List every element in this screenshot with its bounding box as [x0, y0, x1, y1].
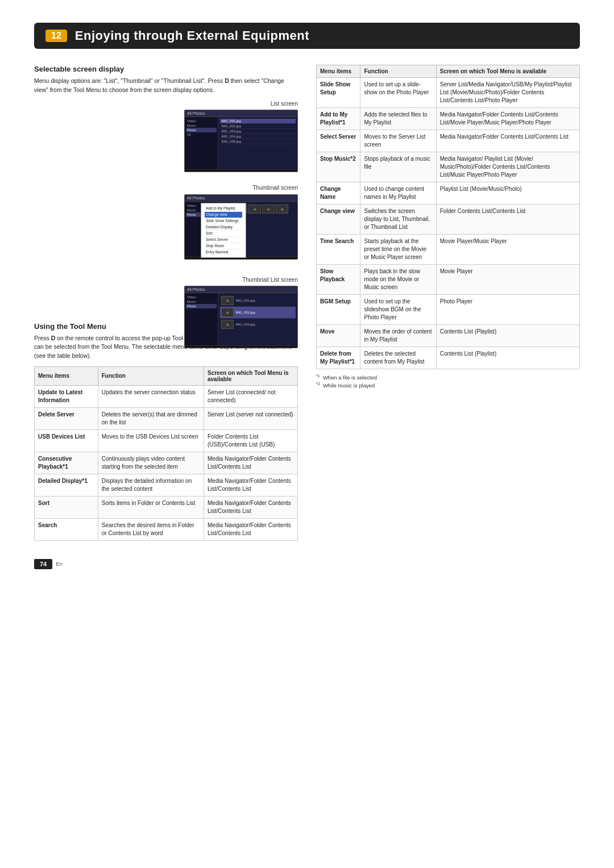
- footnotes: *1 When a file is selected *2 While musi…: [316, 374, 580, 389]
- cell-function: Sorts items in Folder or Contents List: [98, 496, 204, 518]
- table-row: Stop Music*2 Stops playback of a music f…: [317, 152, 580, 182]
- sm-thumb: ▣: [221, 296, 234, 305]
- cell-item: BGM Setup: [317, 295, 360, 325]
- table-row: Change view Switches the screen display …: [317, 205, 580, 235]
- cell-screen: Movie Player: [436, 265, 579, 295]
- sm-content-list: IMG_001.jpg IMG_002.jpg IMG_003.jpg IMG_…: [218, 117, 297, 169]
- cell-screen: Contents List (Playlist): [436, 325, 579, 347]
- sm-sidebar-item: Music: [186, 299, 217, 304]
- cell-screen: Media Navigator/Folder Contents List/Con…: [204, 496, 297, 518]
- sm-thumb: ▣: [248, 205, 261, 214]
- cell-item: Move: [317, 325, 360, 347]
- tm-item: Stop Music: [205, 243, 242, 249]
- col-function: Function: [98, 366, 204, 385]
- cell-function: Moves the order of content in My Playlis…: [360, 325, 436, 347]
- cell-screen: Server List (connected/ not connected): [204, 385, 297, 407]
- cell-item: USB Devices List: [35, 429, 98, 452]
- sm-row: IMG_005.jpg: [220, 139, 296, 144]
- table-row: BGM Setup Used to set up the slideshow B…: [317, 295, 580, 325]
- thumbnail-list-screen-label: Thumbnail List screen: [242, 277, 298, 283]
- tm-item: Select Server: [205, 237, 242, 243]
- table-row: Change Name Used to change content names…: [317, 182, 580, 205]
- cell-screen: Movie Player/Music Player: [436, 235, 579, 265]
- footnote-2: *2 While music is played: [316, 382, 580, 389]
- tool-menu-table: Menu items Function Screen on which Tool…: [34, 366, 298, 541]
- col-screen-r: Screen on which Tool Menu is available: [436, 65, 579, 78]
- main-content: Selectable screen display Menu display o…: [34, 65, 580, 545]
- cell-screen: Media Navigator/Folder Contents List/Con…: [436, 130, 579, 152]
- tm-item: Entry Banned: [205, 249, 242, 255]
- col-screen: Screen on which Tool Menu is available: [204, 366, 297, 385]
- sm-sidebar-list: Video Music Photo All: [185, 117, 218, 169]
- cell-item: Stop Music*2: [317, 152, 360, 182]
- page-footer: 74 En: [34, 559, 580, 569]
- cell-function: Starts playback at the preset time on th…: [360, 235, 436, 265]
- sm-body-thumblist: Video Music Photo ▣ IMG_001.jpg ▣ IMG: [185, 293, 297, 345]
- table-row: Update to Latest Information Updates the…: [35, 385, 298, 407]
- table-row: Detailed Display*1 Displays the detailed…: [35, 474, 298, 496]
- page-number: 74: [34, 559, 52, 569]
- sm-body-list: Video Music Photo All IMG_001.jpg IMG_00…: [185, 117, 297, 169]
- thumbnail-list-screen-mockup: All Photos Video Music Photo ▣ IMG_001.j…: [184, 286, 298, 348]
- cell-function: Adds the selected files to My Playlist: [360, 108, 436, 130]
- cell-screen: Contents List (Playlist): [436, 347, 579, 369]
- table-row: Sort Sorts items in Folder or Contents L…: [35, 496, 298, 518]
- cell-function: Plays back in the slow mode on the Movie…: [360, 265, 436, 295]
- sm-controls: ◀ PREVNEXT ▶: [185, 169, 297, 172]
- sm-thumb: ▣: [276, 205, 288, 214]
- cell-screen: Server List (server not connected): [204, 407, 297, 429]
- table-row: Select Server Moves to the Server List s…: [317, 130, 580, 152]
- cell-function: Switches the screen display to List, Thu…: [360, 205, 436, 235]
- tool-menu-overlay: Add to My Playlist Change view Slide Sho…: [201, 203, 246, 258]
- cell-screen: Server List/Media Navigator/USB/My Playl…: [436, 78, 579, 108]
- sm-sidebar-item: Video: [186, 119, 217, 123]
- cell-function: Moves to the USB Devices List screen: [98, 429, 204, 452]
- sm-row: IMG_001.jpg: [220, 119, 296, 124]
- sm-header-list: All Photos: [185, 110, 297, 117]
- cell-function: Searches the desired items in Folder or …: [98, 518, 204, 540]
- cell-function: Displays the detailed information on the…: [98, 474, 204, 496]
- tool-menu-section: Using the Tool Menu Press D on the remot…: [34, 322, 298, 541]
- table-row: Move Moves the order of content in My Pl…: [317, 325, 580, 347]
- sm-sidebar-item-active: Photo: [186, 128, 217, 132]
- cell-item: Select Server: [317, 130, 360, 152]
- thumbnail-screen-label: Thumbnail screen: [253, 185, 298, 191]
- cell-item: Delete from My Playlist*1: [317, 347, 360, 369]
- chapter-number: 12: [45, 30, 67, 42]
- chapter-header: 12 Enjoying through External Equipment: [34, 23, 580, 49]
- cell-item: Sort: [35, 496, 98, 518]
- col-menu-items-r: Menu items: [317, 65, 360, 78]
- sm-row: IMG_003.jpg: [220, 129, 296, 134]
- table-row: USB Devices List Moves to the USB Device…: [35, 429, 298, 452]
- right-table: Menu items Function Screen on which Tool…: [316, 65, 580, 369]
- cell-screen: Folder Contents List/Contents List: [436, 205, 579, 235]
- tm-item-highlighted: Change view: [205, 212, 242, 218]
- right-column: Menu items Function Screen on which Tool…: [316, 65, 580, 545]
- cell-screen: Media Navigator/Folder Contents List/Con…: [204, 474, 297, 496]
- cell-item: Slow Playback: [317, 265, 360, 295]
- sm-thumb: ▣: [262, 205, 275, 214]
- cell-function: Moves to the Server List screen: [360, 130, 436, 152]
- tm-item: Detailed Display: [205, 224, 242, 231]
- sm-content-thumblist: ▣ IMG_001.jpg ▣ IMG_002.jpg ▣ IMG_003.jp…: [218, 293, 297, 345]
- col-menu-items: Menu items: [35, 366, 98, 385]
- cell-screen: Playlist List (Movie/Music/Photo): [436, 182, 579, 205]
- table-row: Search Searches the desired items in Fol…: [35, 518, 298, 540]
- left-column: Selectable screen display Menu display o…: [34, 65, 298, 545]
- sm-thumb: ▣: [221, 308, 234, 317]
- cell-function: Stops playback of a music file: [360, 152, 436, 182]
- cell-screen: Photo Player: [436, 295, 579, 325]
- table-row: Slide Show Setup Used to set up a slide-…: [317, 78, 580, 108]
- table-row: Add to My Playlist*1 Adds the selected f…: [317, 108, 580, 130]
- cell-item: Detailed Display*1: [35, 474, 98, 496]
- page-lang: En: [56, 561, 62, 567]
- sm-sidebar-item: Music: [186, 123, 217, 128]
- sm-sidebar-thumblist: Video Music Photo: [185, 293, 218, 345]
- cell-item: Change view: [317, 205, 360, 235]
- footnote-1: *1 When a file is selected: [316, 374, 580, 381]
- selectable-display-section: Selectable screen display Menu display o…: [34, 65, 298, 311]
- cell-function: Used to set up the slideshow BGM on the …: [360, 295, 436, 325]
- table-row: Slow Playback Plays back in the slow mod…: [317, 265, 580, 295]
- cell-item: Time Search: [317, 235, 360, 265]
- thumbnail-screen-mockup: All Photos Video Music Photo ▣ ▣ ▣: [184, 194, 298, 260]
